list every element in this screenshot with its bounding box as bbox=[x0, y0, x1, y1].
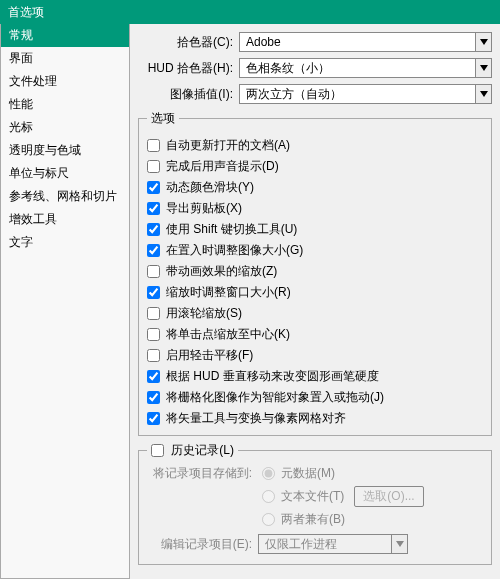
history-radio-metadata-label: 元数据(M) bbox=[281, 465, 335, 482]
svg-marker-2 bbox=[480, 91, 488, 97]
option-label-9: 将单击点缩放至中心(K) bbox=[166, 326, 290, 343]
color-picker-value: Adobe bbox=[240, 35, 475, 49]
image-interp-label: 图像插值(I): bbox=[138, 86, 233, 103]
option-row-7: 缩放时调整窗口大小(R) bbox=[147, 284, 483, 301]
option-checkbox-7[interactable] bbox=[147, 286, 160, 299]
option-row-0: 自动更新打开的文档(A) bbox=[147, 137, 483, 154]
hud-picker-value: 色相条纹（小） bbox=[240, 60, 475, 77]
option-label-2: 动态颜色滑块(Y) bbox=[166, 179, 254, 196]
hud-picker-dropdown[interactable]: 色相条纹（小） bbox=[239, 58, 492, 78]
option-label-8: 用滚轮缩放(S) bbox=[166, 305, 242, 322]
dropdown-arrow-icon bbox=[391, 535, 407, 553]
option-row-5: 在置入时调整图像大小(G) bbox=[147, 242, 483, 259]
option-checkbox-9[interactable] bbox=[147, 328, 160, 341]
option-checkbox-13[interactable] bbox=[147, 412, 160, 425]
sidebar-item-8[interactable]: 增效工具 bbox=[1, 208, 129, 231]
options-legend: 选项 bbox=[147, 110, 179, 127]
svg-marker-0 bbox=[480, 39, 488, 45]
sidebar-item-3[interactable]: 性能 bbox=[1, 93, 129, 116]
option-label-10: 启用轻击平移(F) bbox=[166, 347, 253, 364]
option-row-13: 将矢量工具与变换与像素网格对齐 bbox=[147, 410, 483, 427]
image-interp-value: 两次立方（自动） bbox=[240, 86, 475, 103]
option-label-13: 将矢量工具与变换与像素网格对齐 bbox=[166, 410, 346, 427]
sidebar-item-0[interactable]: 常规 bbox=[1, 24, 129, 47]
option-row-3: 导出剪贴板(X) bbox=[147, 200, 483, 217]
option-label-3: 导出剪贴板(X) bbox=[166, 200, 242, 217]
dropdown-arrow-icon bbox=[475, 33, 491, 51]
option-checkbox-2[interactable] bbox=[147, 181, 160, 194]
category-sidebar: 常规界面文件处理性能光标透明度与色域单位与标尺参考线、网格和切片增效工具文字 bbox=[0, 24, 130, 579]
option-checkbox-11[interactable] bbox=[147, 370, 160, 383]
option-row-9: 将单击点缩放至中心(K) bbox=[147, 326, 483, 343]
option-label-0: 自动更新打开的文档(A) bbox=[166, 137, 290, 154]
option-checkbox-12[interactable] bbox=[147, 391, 160, 404]
sidebar-item-9[interactable]: 文字 bbox=[1, 231, 129, 254]
content-panel: 拾色器(C): Adobe HUD 拾色器(H): 色相条纹（小） 图像插值(I… bbox=[130, 24, 500, 579]
history-edit-value: 仅限工作进程 bbox=[259, 536, 391, 553]
history-edit-dropdown: 仅限工作进程 bbox=[258, 534, 408, 554]
window-title: 首选项 bbox=[0, 0, 500, 24]
option-label-6: 带动画效果的缩放(Z) bbox=[166, 263, 277, 280]
option-checkbox-3[interactable] bbox=[147, 202, 160, 215]
option-label-4: 使用 Shift 键切换工具(U) bbox=[166, 221, 297, 238]
options-group: 选项 自动更新打开的文档(A)完成后用声音提示(D)动态颜色滑块(Y)导出剪贴板… bbox=[138, 110, 492, 436]
option-checkbox-5[interactable] bbox=[147, 244, 160, 257]
option-row-2: 动态颜色滑块(Y) bbox=[147, 179, 483, 196]
hud-picker-label: HUD 拾色器(H): bbox=[138, 60, 233, 77]
history-radio-text bbox=[262, 490, 275, 503]
history-radio-both bbox=[262, 513, 275, 526]
history-radio-metadata bbox=[262, 467, 275, 480]
option-row-11: 根据 HUD 垂直移动来改变圆形画笔硬度 bbox=[147, 368, 483, 385]
option-label-1: 完成后用声音提示(D) bbox=[166, 158, 279, 175]
sidebar-item-5[interactable]: 透明度与色域 bbox=[1, 139, 129, 162]
option-row-1: 完成后用声音提示(D) bbox=[147, 158, 483, 175]
option-row-8: 用滚轮缩放(S) bbox=[147, 305, 483, 322]
dropdown-arrow-icon bbox=[475, 85, 491, 103]
sidebar-item-7[interactable]: 参考线、网格和切片 bbox=[1, 185, 129, 208]
option-row-4: 使用 Shift 键切换工具(U) bbox=[147, 221, 483, 238]
dropdown-arrow-icon bbox=[475, 59, 491, 77]
option-row-6: 带动画效果的缩放(Z) bbox=[147, 263, 483, 280]
history-group: 历史记录(L) 将记录项目存储到: 元数据(M) 文本文件(T) bbox=[138, 442, 492, 565]
option-checkbox-6[interactable] bbox=[147, 265, 160, 278]
option-checkbox-0[interactable] bbox=[147, 139, 160, 152]
history-edit-label: 编辑记录项目(E): bbox=[147, 536, 252, 553]
option-checkbox-4[interactable] bbox=[147, 223, 160, 236]
history-legend: 历史记录(L) bbox=[147, 442, 238, 459]
sidebar-item-4[interactable]: 光标 bbox=[1, 116, 129, 139]
option-label-11: 根据 HUD 垂直移动来改变圆形画笔硬度 bbox=[166, 368, 379, 385]
option-checkbox-8[interactable] bbox=[147, 307, 160, 320]
option-checkbox-10[interactable] bbox=[147, 349, 160, 362]
history-log-checkbox[interactable] bbox=[151, 444, 164, 457]
svg-marker-3 bbox=[396, 541, 404, 547]
sidebar-item-2[interactable]: 文件处理 bbox=[1, 70, 129, 93]
image-interp-dropdown[interactable]: 两次立方（自动） bbox=[239, 84, 492, 104]
history-choose-button: 选取(O)... bbox=[354, 486, 423, 507]
option-label-7: 缩放时调整窗口大小(R) bbox=[166, 284, 291, 301]
option-label-12: 将栅格化图像作为智能对象置入或拖动(J) bbox=[166, 389, 384, 406]
history-save-label: 将记录项目存储到: bbox=[147, 465, 252, 482]
option-checkbox-1[interactable] bbox=[147, 160, 160, 173]
option-row-10: 启用轻击平移(F) bbox=[147, 347, 483, 364]
sidebar-item-1[interactable]: 界面 bbox=[1, 47, 129, 70]
svg-marker-1 bbox=[480, 65, 488, 71]
color-picker-dropdown[interactable]: Adobe bbox=[239, 32, 492, 52]
option-row-12: 将栅格化图像作为智能对象置入或拖动(J) bbox=[147, 389, 483, 406]
history-radio-text-label: 文本文件(T) bbox=[281, 488, 344, 505]
option-label-5: 在置入时调整图像大小(G) bbox=[166, 242, 303, 259]
history-legend-label: 历史记录(L) bbox=[171, 443, 234, 457]
sidebar-item-6[interactable]: 单位与标尺 bbox=[1, 162, 129, 185]
color-picker-label: 拾色器(C): bbox=[138, 34, 233, 51]
history-radio-both-label: 两者兼有(B) bbox=[281, 511, 345, 528]
